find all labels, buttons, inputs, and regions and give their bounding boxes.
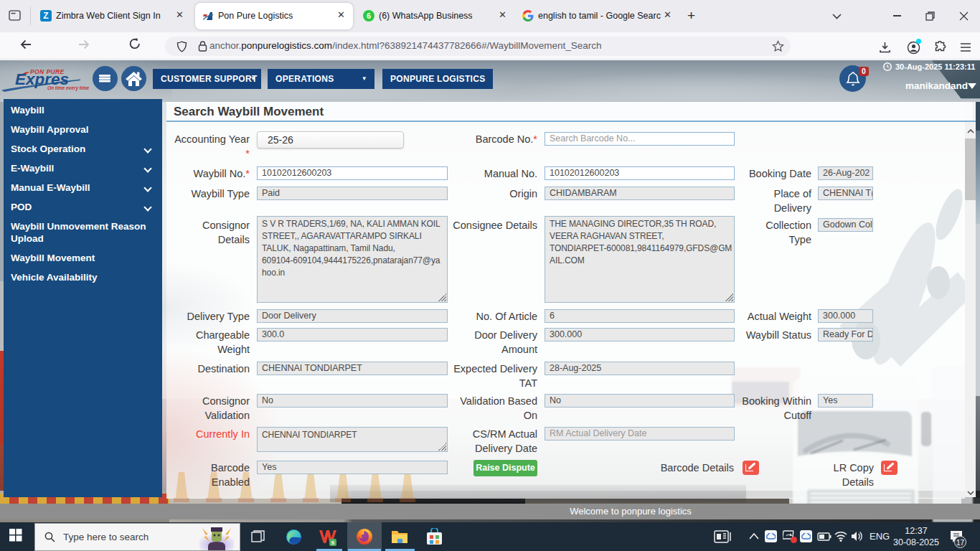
svg-text:s: s: [331, 539, 335, 546]
svg-text:On time every time: On time every time: [47, 85, 90, 91]
